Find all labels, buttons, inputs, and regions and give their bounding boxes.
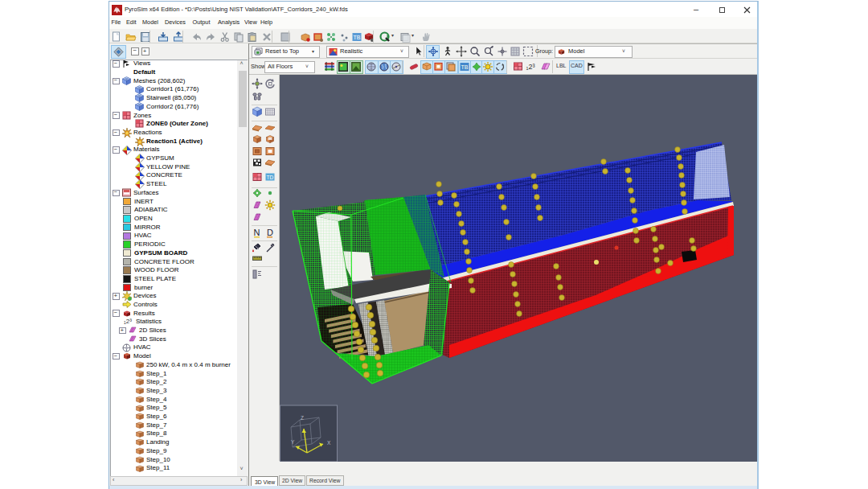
svg-text:TD: TD <box>267 175 274 180</box>
svg-text:Z: Z <box>301 415 304 421</box>
svg-text:D: D <box>267 228 273 237</box>
svg-text:TB: TB <box>461 64 469 70</box>
svg-text:₁2³: ₁2³ <box>526 63 535 71</box>
svg-text:X: X <box>327 440 331 446</box>
svg-text:Y: Y <box>291 439 295 445</box>
svg-text:TB: TB <box>353 35 360 40</box>
svg-text:N: N <box>254 228 260 237</box>
